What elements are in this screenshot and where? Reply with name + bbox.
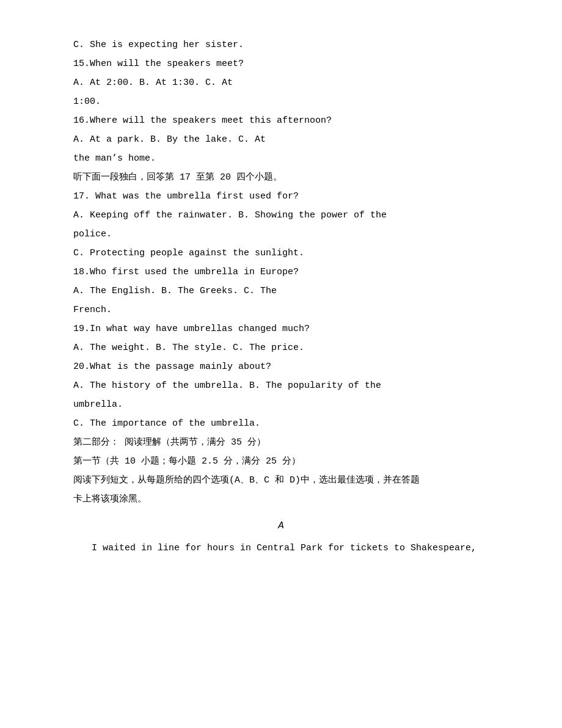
line-q15-cont: 1:00. <box>73 93 489 110</box>
line-q16-cont: the man’s home. <box>73 150 489 167</box>
line-q17-cont: police. <box>73 226 489 242</box>
line-q20-c: C. The importance of the umbrella. <box>73 415 489 432</box>
line-passage-start: I waited in line for hours in Central Pa… <box>73 540 489 556</box>
line-intro17-20: 听下面一段独白，回笭第 17 至第 20 四个小题。 <box>73 169 489 186</box>
line-instruction: 阅读下列短文，从每题所给的四个选项(A、B、C 和 D)中，选出最佳选项，并在答… <box>73 472 489 489</box>
line-c-sister: C. She is expecting her sister. <box>73 37 489 53</box>
line-q19: 19.In what way have umbrellas changed mu… <box>73 321 489 337</box>
line-section1: 第一节（共 10 小题；每小题 2.5 分，满分 25 分） <box>73 453 489 470</box>
line-q20-cont: umbrella. <box>73 396 489 413</box>
line-q17-c: C. Protecting people against the sunligh… <box>73 245 489 261</box>
line-q15-abc: A. At 2:00. B. At 1:30. C. At <box>73 75 489 91</box>
line-q20: 20.What is the passage mainly about? <box>73 359 489 375</box>
line-q15: 15.When will the speakers meet? <box>73 56 489 72</box>
line-q19-abc: A. The weight. B. The style. C. The pric… <box>73 340 489 356</box>
line-q16: 16.Where will the speakers meet this aft… <box>73 112 489 129</box>
line-q16-abc: A. At a park. B. By the lake. C. At <box>73 131 489 148</box>
line-part2: 第二部分： 阅读理解（共两节，满分 35 分） <box>73 434 489 451</box>
line-q18-abc: A. The English. B. The Greeks. C. The <box>73 283 489 299</box>
line-q17-ab: A. Keeping off the rainwater. B. Showing… <box>73 207 489 224</box>
line-q17: 17. What was the umbrella first used for… <box>73 188 489 205</box>
section-a-label: A <box>73 517 489 535</box>
line-q18-cont: French. <box>73 302 489 318</box>
main-content: C. She is expecting her sister. 15.When … <box>73 37 489 556</box>
line-q18: 18.Who first used the umbrella in Europe… <box>73 264 489 280</box>
line-q20-ab: A. The history of the umbrella. B. The p… <box>73 377 489 394</box>
line-instruction-cont: 卡上将该项涂黑。 <box>73 491 489 508</box>
